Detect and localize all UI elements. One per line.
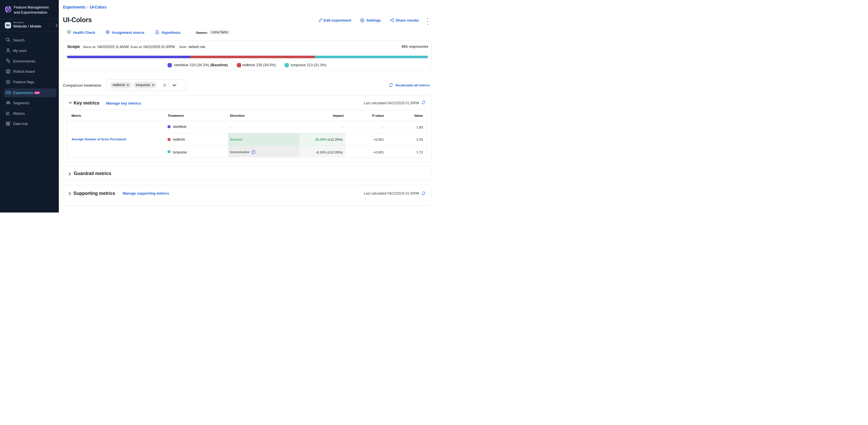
- svg-text:?: ?: [253, 151, 254, 153]
